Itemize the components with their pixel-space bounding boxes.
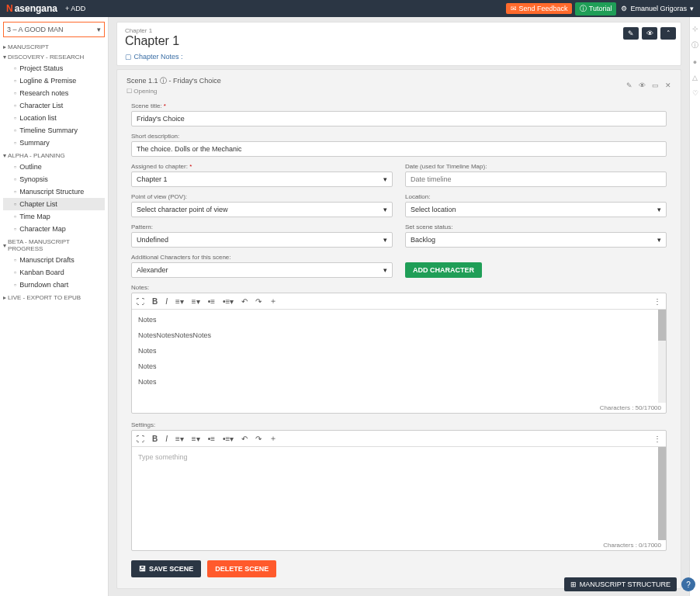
chapter-label: Assigned to chapter: bbox=[131, 163, 393, 170]
insert-icon[interactable]: ＋ bbox=[269, 433, 277, 444]
sidebar-item[interactable]: ▫ Character Map bbox=[3, 223, 105, 235]
scene-title-head: Scene 1.1 ⓘ - Friday's Choice bbox=[126, 76, 221, 86]
notes-char-count: Characters : 50/17000 bbox=[132, 403, 666, 413]
sidebar-item[interactable]: ▫ Location list bbox=[3, 112, 105, 124]
edit-scene-icon[interactable]: ✎ bbox=[626, 81, 632, 89]
date-label: Date (used for Timeline Map): bbox=[405, 163, 667, 170]
notes-toolbar: ⛶ B I ≡▾ ≡▾ •≡ •≡▾ ↶ ↷ ＋ ⋮ bbox=[132, 293, 666, 310]
pattern-select[interactable]: Undefined▾ bbox=[131, 232, 393, 248]
sidebar-section[interactable]: ▾ ALPHA - PLANNING bbox=[3, 152, 105, 159]
pattern-label: Pattern: bbox=[131, 224, 393, 230]
close-scene-icon[interactable]: ✕ bbox=[665, 81, 671, 89]
sidebar-section[interactable]: ▸ LIVE - EXPORT TO EPUB bbox=[3, 294, 105, 301]
align-icon[interactable]: ≡▾ bbox=[175, 297, 184, 306]
ul-icon[interactable]: •≡ bbox=[208, 297, 215, 306]
sidebar-item[interactable]: ▫ Chapter List bbox=[3, 198, 105, 210]
sidebar-section[interactable]: ▾ BETA - MANUSCRIPT PROGRESS bbox=[3, 238, 105, 252]
rail-icon[interactable]: ♡ bbox=[692, 89, 698, 97]
sidebar-item[interactable]: ▫ Manuscript Drafts bbox=[3, 254, 105, 266]
status-label: Set scene status: bbox=[405, 224, 667, 230]
save-scene-button[interactable]: 🖫 SAVE SCENE bbox=[131, 560, 201, 577]
manuscript-structure-button[interactable]: ⊞ MANUSCRIPT STRUCTURE bbox=[564, 577, 677, 591]
rail-icon[interactable]: ⓘ bbox=[691, 40, 698, 50]
sidebar-item[interactable]: ▫ Manuscript Structure bbox=[3, 185, 105, 198]
chevron-down-icon: ▾ bbox=[690, 5, 694, 12]
edit-icon[interactable]: ✎ bbox=[623, 27, 639, 40]
help-button[interactable]: ? bbox=[681, 577, 695, 591]
project-selector[interactable]: 3 – A GOOD MAN▾ bbox=[3, 22, 105, 37]
settings-body[interactable]: Type something bbox=[132, 447, 666, 540]
status-select[interactable]: Backlog▾ bbox=[405, 232, 667, 248]
view-scene-icon[interactable]: 👁 bbox=[639, 81, 646, 89]
chapter-select[interactable]: Chapter 1▾ bbox=[131, 172, 393, 187]
scene-title-input[interactable] bbox=[131, 111, 667, 126]
align-icon[interactable]: ≡▾ bbox=[175, 435, 184, 443]
bold-icon[interactable]: B bbox=[152, 435, 158, 443]
location-select[interactable]: Select location▾ bbox=[405, 202, 667, 217]
pov-label: Point of view (POV): bbox=[131, 193, 393, 200]
sidebar-item[interactable]: ▫ Project Status bbox=[3, 62, 105, 74]
short-desc-input[interactable] bbox=[131, 141, 667, 157]
right-rail: ⊹ ⓘ ● △ ♡ bbox=[689, 17, 700, 596]
scene-card: Scene 1.1 ⓘ - Friday's Choice ☐ Opening … bbox=[116, 69, 681, 589]
delete-scene-button[interactable]: DELETE SCENE bbox=[207, 560, 276, 577]
redo-icon[interactable]: ↷ bbox=[255, 435, 262, 443]
italic-icon[interactable]: I bbox=[165, 297, 168, 306]
ul2-icon[interactable]: •≡▾ bbox=[223, 435, 234, 443]
sidebar-section[interactable]: ▾ DISCOVERY - RESEARCH bbox=[3, 54, 105, 61]
sidebar-item[interactable]: ▫ Timeline Summary bbox=[3, 124, 105, 137]
send-feedback-button[interactable]: ✉ Send Feedback bbox=[506, 3, 573, 14]
add-character-button[interactable]: ADD CHARACTER bbox=[405, 262, 482, 278]
date-input[interactable] bbox=[405, 172, 667, 187]
user-menu[interactable]: ⚙ Emanuel Grigoras ▾ bbox=[621, 5, 694, 12]
ol-icon[interactable]: ≡▾ bbox=[192, 435, 200, 443]
sidebar-item[interactable]: ▫ Summary bbox=[3, 137, 105, 149]
logo[interactable]: Nasengana bbox=[6, 3, 57, 14]
bold-icon[interactable]: B bbox=[152, 297, 158, 306]
page-header: Chapter 1 Chapter 1 ▢ Chapter Notes : ✎ … bbox=[116, 22, 681, 66]
rail-icon[interactable]: ● bbox=[693, 58, 697, 66]
italic-icon[interactable]: I bbox=[165, 435, 168, 443]
fullscreen-icon[interactable]: ⛶ bbox=[137, 297, 144, 306]
tutorial-button[interactable]: ⓘ Tutorial bbox=[575, 2, 616, 16]
sidebar-item[interactable]: ▫ Kanban Board bbox=[3, 266, 105, 279]
notes-body[interactable]: NotesNotesNotesNotesNotesNotesNotesNotes bbox=[132, 310, 666, 403]
content-area: Chapter 1 Chapter 1 ▢ Chapter Notes : ✎ … bbox=[109, 17, 689, 596]
more-icon[interactable]: ⋮ bbox=[653, 435, 661, 443]
settings-editor: ⛶ B I ≡▾ ≡▾ •≡ •≡▾ ↶ ↷ ＋ ⋮ Type somethin… bbox=[131, 430, 667, 551]
sidebar-item[interactable]: ▫ Logline & Premise bbox=[3, 74, 105, 87]
rail-icon[interactable]: △ bbox=[692, 74, 698, 81]
collapse-icon[interactable]: ˄ bbox=[660, 27, 676, 40]
sidebar: 3 – A GOOD MAN▾ ▸ MANUSCRIPT▾ DISCOVERY … bbox=[0, 17, 109, 596]
redo-icon[interactable]: ↷ bbox=[255, 297, 262, 306]
sidebar-item[interactable]: ▫ Synopsis bbox=[3, 173, 105, 185]
settings-char-count: Characters : 0/17000 bbox=[132, 540, 666, 550]
scene-header: Scene 1.1 ⓘ - Friday's Choice ☐ Opening … bbox=[126, 76, 671, 95]
ol-icon[interactable]: ≡▾ bbox=[192, 297, 200, 306]
settings-label: Settings: bbox=[131, 421, 667, 428]
add-button[interactable]: + ADD bbox=[65, 5, 85, 12]
sidebar-item[interactable]: ▫ Burndown chart bbox=[3, 279, 105, 291]
view-icon[interactable]: 👁 bbox=[642, 27, 657, 40]
ul2-icon[interactable]: •≡▾ bbox=[223, 297, 234, 306]
rail-icon[interactable]: ⊹ bbox=[692, 25, 698, 33]
undo-icon[interactable]: ↶ bbox=[241, 435, 248, 443]
ul-icon[interactable]: •≡ bbox=[208, 435, 215, 443]
insert-icon[interactable]: ＋ bbox=[269, 296, 277, 307]
undo-icon[interactable]: ↶ bbox=[241, 297, 248, 306]
sidebar-item[interactable]: ▫ Character List bbox=[3, 99, 105, 112]
scrollbar[interactable] bbox=[658, 310, 666, 403]
more-icon[interactable]: ⋮ bbox=[653, 297, 661, 306]
pov-select[interactable]: Select character point of view▾ bbox=[131, 202, 393, 217]
chapter-notes-toggle[interactable]: ▢ Chapter Notes : bbox=[125, 53, 673, 61]
card-scene-icon[interactable]: ▭ bbox=[652, 81, 659, 89]
addchar-select[interactable]: Alexander▾ bbox=[131, 262, 393, 278]
scrollbar[interactable] bbox=[658, 447, 666, 540]
notes-editor: ⛶ B I ≡▾ ≡▾ •≡ •≡▾ ↶ ↷ ＋ ⋮ NotesNotesNot… bbox=[131, 293, 667, 414]
location-label: Location: bbox=[405, 193, 667, 200]
sidebar-section[interactable]: ▸ MANUSCRIPT bbox=[3, 43, 105, 50]
sidebar-item[interactable]: ▫ Outline bbox=[3, 161, 105, 173]
fullscreen-icon[interactable]: ⛶ bbox=[137, 435, 144, 443]
sidebar-item[interactable]: ▫ Research notes bbox=[3, 87, 105, 99]
sidebar-item[interactable]: ▫ Time Map bbox=[3, 210, 105, 223]
